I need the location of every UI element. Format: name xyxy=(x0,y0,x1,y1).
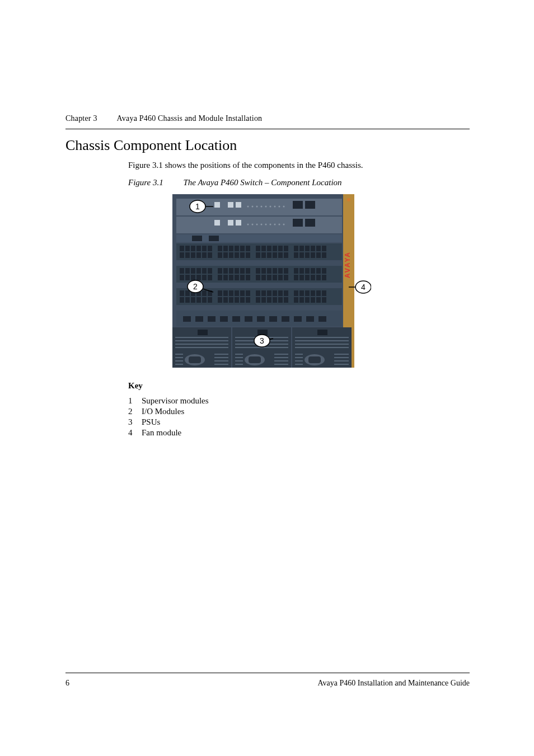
svg-rect-109 xyxy=(284,275,288,280)
figure-caption: Figure 3.1 The Avaya P460 Switch – Compo… xyxy=(128,178,470,187)
svg-rect-77 xyxy=(235,268,239,274)
figure-title: The Avaya P460 Switch – Component Locati… xyxy=(184,178,342,187)
svg-rect-124 xyxy=(223,290,228,296)
svg-rect-169 xyxy=(232,316,240,322)
sup2-btn2 xyxy=(228,220,233,226)
key-row: 2 I/O Modules xyxy=(128,407,470,416)
svg-rect-146 xyxy=(208,297,212,303)
screw-top xyxy=(347,198,350,201)
svg-rect-150 xyxy=(235,297,239,303)
svg-rect-149 xyxy=(229,297,233,303)
svg-rect-49 xyxy=(218,252,222,258)
svg-rect-175 xyxy=(306,316,314,322)
svg-rect-39 xyxy=(305,246,310,251)
key-heading: Key xyxy=(128,381,470,391)
svg-rect-70 xyxy=(191,268,195,274)
svg-rect-108 xyxy=(278,275,283,280)
svg-rect-130 xyxy=(261,290,266,296)
svg-point-14 xyxy=(270,224,271,226)
svg-rect-157 xyxy=(278,297,283,303)
svg-rect-74 xyxy=(218,268,222,274)
svg-point-16 xyxy=(279,224,280,226)
key-label: I/O Modules xyxy=(142,407,184,416)
page-header: Chapter 3 Avaya P460 Chassis and Module … xyxy=(65,114,470,123)
x2-port1 xyxy=(192,236,202,241)
sup1-btn2 xyxy=(228,202,233,208)
svg-rect-145 xyxy=(202,297,207,303)
svg-rect-69 xyxy=(185,268,190,274)
svg-point-4 xyxy=(265,206,267,208)
svg-rect-155 xyxy=(267,297,271,303)
svg-rect-82 xyxy=(267,268,271,274)
svg-rect-168 xyxy=(220,316,228,322)
svg-rect-151 xyxy=(240,297,245,303)
svg-point-5 xyxy=(270,206,271,208)
svg-rect-65 xyxy=(316,252,321,258)
svg-rect-167 xyxy=(208,316,216,322)
svg-rect-160 xyxy=(299,297,304,303)
key-label: Supervisor modules xyxy=(142,396,209,406)
svg-rect-136 xyxy=(299,290,304,296)
svg-rect-102 xyxy=(240,275,245,280)
svg-rect-21 xyxy=(191,246,195,251)
svg-point-8 xyxy=(283,206,285,208)
svg-rect-171 xyxy=(257,316,265,322)
svg-rect-96 xyxy=(202,275,207,280)
svg-rect-30 xyxy=(246,246,250,251)
sup2-leds xyxy=(247,224,285,226)
callout-1-text: 1 xyxy=(195,202,200,211)
svg-point-9 xyxy=(247,224,249,226)
svg-rect-40 xyxy=(311,246,315,251)
intro-text: Figure 3.1 shows the positions of the co… xyxy=(128,161,470,170)
svg-rect-29 xyxy=(240,246,245,251)
svg-rect-34 xyxy=(273,246,277,251)
io-module-2 xyxy=(176,266,342,283)
page-footer: 6 Avaya P460 Installation and Maintenanc… xyxy=(65,673,470,688)
svg-rect-59 xyxy=(278,252,283,258)
svg-rect-100 xyxy=(229,275,233,280)
svg-rect-20 xyxy=(185,246,190,251)
svg-rect-98 xyxy=(218,275,222,280)
svg-rect-132 xyxy=(273,290,277,296)
chassis-diagram: AVAYA xyxy=(164,194,371,368)
svg-point-6 xyxy=(274,206,276,208)
key-num: 3 xyxy=(128,417,142,427)
svg-point-0 xyxy=(247,206,249,208)
page-number: 6 xyxy=(65,679,69,688)
key-num: 4 xyxy=(128,428,142,438)
svg-rect-170 xyxy=(245,316,252,322)
svg-rect-164 xyxy=(322,297,326,303)
svg-rect-99 xyxy=(223,275,228,280)
sup2-btn1 xyxy=(214,220,220,226)
svg-rect-110 xyxy=(294,275,298,280)
svg-rect-38 xyxy=(299,246,304,251)
svg-rect-87 xyxy=(299,268,304,274)
svg-rect-47 xyxy=(202,252,207,258)
svg-rect-174 xyxy=(294,316,302,322)
svg-point-13 xyxy=(265,224,267,226)
svg-rect-53 xyxy=(240,252,245,258)
svg-rect-83 xyxy=(273,268,277,274)
header-divider xyxy=(65,129,470,129)
svg-rect-68 xyxy=(180,268,184,274)
svg-rect-84 xyxy=(278,268,283,274)
svg-rect-55 xyxy=(256,252,260,258)
svg-rect-60 xyxy=(284,252,288,258)
key-row: 4 Fan module xyxy=(128,428,470,438)
svg-rect-166 xyxy=(195,316,203,322)
brand-text: AVAYA xyxy=(344,251,352,278)
svg-rect-198 xyxy=(249,356,261,363)
svg-point-11 xyxy=(256,224,258,226)
svg-rect-112 xyxy=(305,275,310,280)
svg-rect-121 xyxy=(202,290,207,296)
svg-rect-85 xyxy=(284,268,288,274)
svg-rect-52 xyxy=(235,252,239,258)
svg-point-17 xyxy=(283,224,285,226)
svg-rect-54 xyxy=(246,252,250,258)
svg-rect-44 xyxy=(185,252,190,258)
svg-rect-128 xyxy=(246,290,250,296)
svg-rect-142 xyxy=(185,297,190,303)
svg-rect-154 xyxy=(261,297,266,303)
chapter-label: Chapter 3 xyxy=(65,114,97,123)
figure-container: AVAYA xyxy=(65,194,470,368)
